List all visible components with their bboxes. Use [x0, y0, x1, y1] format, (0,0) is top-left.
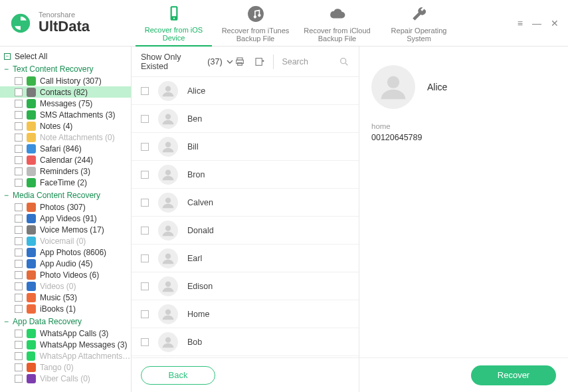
- sidebar-item[interactable]: App Photos (8606): [0, 246, 131, 258]
- back-button[interactable]: Back: [141, 366, 215, 385]
- contact-row[interactable]: Earl: [132, 245, 359, 272]
- export-icon[interactable]: [253, 54, 266, 69]
- sidebar-item[interactable]: WhatsApp Calls (3): [0, 328, 131, 339]
- sidebar[interactable]: − Select All −Text Content RecoveryCall …: [0, 47, 132, 392]
- close-icon[interactable]: ✕: [551, 18, 559, 29]
- avatar-icon: [158, 81, 178, 101]
- checkbox[interactable]: [141, 310, 149, 318]
- sidebar-item[interactable]: iBooks (1): [0, 303, 131, 314]
- category-icon: [27, 155, 36, 165]
- sidebar-item[interactable]: Photo Videos (6): [0, 269, 131, 280]
- checkbox[interactable]: [15, 260, 23, 268]
- contact-row[interactable]: Edison: [132, 272, 359, 300]
- checkbox[interactable]: [15, 88, 23, 96]
- sidebar-item[interactable]: Calendar (244): [0, 154, 131, 165]
- checkbox[interactable]: [141, 254, 149, 262]
- checkbox[interactable]: [15, 352, 23, 360]
- checkbox[interactable]: [15, 237, 23, 245]
- contact-row[interactable]: Bob: [132, 328, 359, 356]
- checkbox[interactable]: [141, 87, 149, 95]
- sidebar-item[interactable]: App Videos (91): [0, 213, 131, 224]
- checkbox[interactable]: [15, 341, 23, 349]
- sidebar-group-header[interactable]: −App Data Recovery: [4, 317, 131, 326]
- menu-icon[interactable]: ≡: [518, 18, 523, 29]
- contact-row[interactable]: Alice: [132, 77, 359, 105]
- sidebar-item[interactable]: Music (53): [0, 292, 131, 303]
- sidebar-item[interactable]: Note Attachments (0): [0, 132, 131, 143]
- checkbox[interactable]: [15, 167, 23, 175]
- checkbox[interactable]: [141, 115, 149, 123]
- detail-contact-name: Alice: [427, 82, 447, 92]
- checkbox[interactable]: [141, 338, 149, 346]
- sidebar-item[interactable]: Safari (846): [0, 143, 131, 154]
- sidebar-item[interactable]: Notes (4): [0, 120, 131, 132]
- filter-dropdown[interactable]: Show Only Existed (37): [141, 52, 233, 71]
- svg-rect-6: [237, 62, 242, 65]
- sidebar-item[interactable]: SMS Attachments (3): [0, 109, 131, 120]
- sidebar-item[interactable]: WhatsApp Attachments (0): [0, 350, 131, 361]
- checkbox[interactable]: [15, 134, 23, 142]
- contact-row[interactable]: Donald: [132, 217, 359, 245]
- checkbox[interactable]: [15, 179, 23, 187]
- checkbox[interactable]: [15, 145, 23, 153]
- collapse-icon[interactable]: −: [4, 317, 9, 326]
- tab-itunes[interactable]: Recover from iTunes Backup File: [217, 0, 294, 47]
- checkbox[interactable]: [15, 375, 23, 383]
- sidebar-item[interactable]: Messages (75): [0, 98, 131, 109]
- sidebar-group-header[interactable]: −Media Content Recovery: [4, 191, 131, 200]
- checkbox[interactable]: [15, 215, 23, 223]
- checkbox[interactable]: [15, 77, 23, 85]
- checkbox[interactable]: [15, 248, 23, 256]
- contact-row[interactable]: Calven: [132, 189, 359, 217]
- checkbox[interactable]: [15, 122, 23, 130]
- checkbox[interactable]: [15, 282, 23, 290]
- checkbox[interactable]: [141, 143, 149, 151]
- checkbox[interactable]: [15, 203, 23, 211]
- checkbox[interactable]: [15, 363, 23, 371]
- contact-row[interactable]: Bill: [132, 133, 359, 161]
- sidebar-item[interactable]: Voice Memos (17): [0, 224, 131, 235]
- checkbox[interactable]: [15, 100, 23, 108]
- checkbox[interactable]: [141, 199, 149, 207]
- select-all-row[interactable]: − Select All: [4, 50, 131, 62]
- collapse-icon[interactable]: −: [4, 64, 9, 74]
- tab-phone[interactable]: Recover from iOS Device: [136, 0, 212, 47]
- contact-list[interactable]: AliceBenBillBronCalvenDonaldEarlEdisonHo…: [132, 77, 359, 357]
- contact-row[interactable]: Bron: [132, 161, 359, 189]
- search-input[interactable]: Search: [278, 57, 312, 66]
- sidebar-item[interactable]: Photos (307): [0, 201, 131, 213]
- checkbox[interactable]: [141, 227, 149, 235]
- sidebar-item-label: Photo Videos (6): [40, 270, 99, 280]
- checkbox[interactable]: [141, 282, 149, 290]
- minimize-icon[interactable]: —: [532, 18, 541, 29]
- sidebar-item[interactable]: Voicemail (0): [0, 235, 131, 246]
- collapse-icon[interactable]: −: [4, 53, 11, 60]
- recover-button[interactable]: Recover: [471, 365, 556, 385]
- collapse-icon[interactable]: −: [4, 191, 9, 200]
- sidebar-group-header[interactable]: −Text Content Recovery: [4, 64, 131, 74]
- search-icon[interactable]: [339, 56, 349, 67]
- sidebar-item[interactable]: FaceTime (2): [0, 177, 131, 188]
- sidebar-item-label: Call History (307): [40, 76, 102, 86]
- checkbox[interactable]: [15, 305, 23, 313]
- sidebar-item[interactable]: Viber Calls (0): [0, 373, 131, 384]
- sidebar-item[interactable]: App Audio (45): [0, 258, 131, 269]
- checkbox[interactable]: [15, 156, 23, 164]
- checkbox[interactable]: [15, 111, 23, 119]
- sidebar-item[interactable]: Tango (0): [0, 361, 131, 373]
- sidebar-item[interactable]: WhatsApp Messages (3): [0, 339, 131, 350]
- contact-row[interactable]: Home: [132, 300, 359, 328]
- print-icon[interactable]: [233, 54, 246, 69]
- tab-cloud[interactable]: Recover from iCloud Backup File: [299, 0, 375, 47]
- checkbox[interactable]: [15, 330, 23, 338]
- sidebar-item[interactable]: Reminders (3): [0, 165, 131, 177]
- checkbox[interactable]: [141, 171, 149, 179]
- checkbox[interactable]: [15, 226, 23, 234]
- tab-wrench[interactable]: Repair Operating System: [381, 0, 457, 47]
- sidebar-item[interactable]: Call History (307): [0, 75, 131, 86]
- contact-row[interactable]: Ben: [132, 105, 359, 133]
- checkbox[interactable]: [15, 271, 23, 279]
- sidebar-item[interactable]: Videos (0): [0, 280, 131, 292]
- checkbox[interactable]: [15, 294, 23, 302]
- sidebar-item[interactable]: Contacts (82): [0, 86, 131, 98]
